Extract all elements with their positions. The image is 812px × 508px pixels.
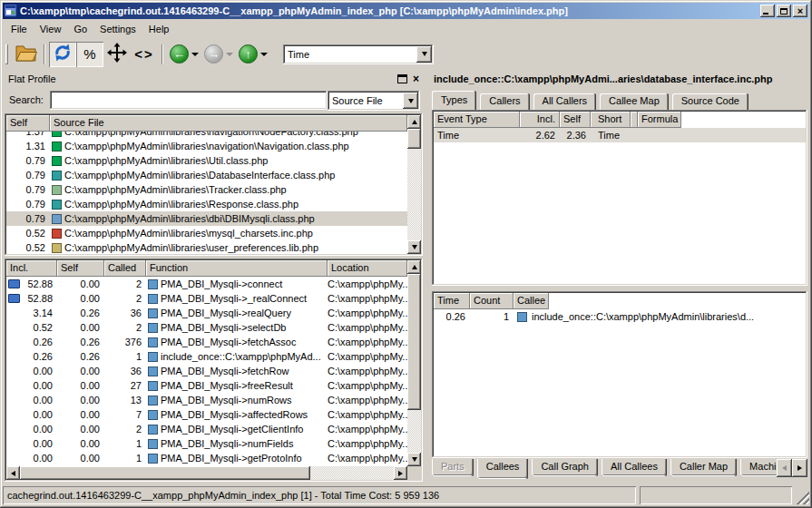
function-row[interactable]: 0.26 0.26 376 PMA_DBI_Mysqli->fetchAssoc…: [6, 335, 407, 349]
callee-row[interactable]: 0.26 1 include_once::C:\xampp\phpMyAdmin…: [434, 309, 806, 324]
function-row[interactable]: 52.88 0.00 2 PMA_DBI_Mysqli->_realConnec…: [6, 291, 407, 306]
minimize-button[interactable]: [760, 5, 775, 17]
scroll-thumb[interactable]: [20, 466, 310, 480]
float-panel-icon[interactable]: [397, 74, 407, 83]
function-row[interactable]: 0.00 0.00 1 PMA_DBI_Mysqli->getProtoInfo…: [6, 451, 407, 465]
function-name-cell: PMA_DBI_Mysqli->_realConnect: [146, 293, 328, 304]
column-header-self[interactable]: Self: [57, 260, 104, 277]
detail-bottom-tab[interactable]: Call Graph: [532, 459, 598, 476]
scroll-thumb[interactable]: [407, 129, 421, 149]
function-row[interactable]: 3.14 0.26 36 PMA_DBI_Mysqli->realQuery C…: [6, 306, 407, 320]
scroll-down-button[interactable]: [407, 240, 421, 254]
menu-item[interactable]: View: [34, 22, 68, 36]
source-file-row[interactable]: 0.79 C:\xampp\phpMyAdmin\libraries\dbi\D…: [6, 211, 407, 226]
menu-item[interactable]: File: [5, 22, 34, 36]
scroll-track[interactable]: [310, 466, 394, 480]
column-header-short[interactable]: Short: [591, 112, 631, 128]
detail-tab[interactable]: Callee Map: [600, 93, 669, 110]
detail-bottom-tab[interactable]: All Callees: [602, 459, 667, 476]
column-header-spacer: [631, 112, 638, 128]
open-file-button[interactable]: [13, 42, 40, 67]
reload-button[interactable]: [49, 42, 76, 67]
column-header-source-file[interactable]: Source File: [50, 115, 407, 132]
source-file-row[interactable]: 0.79 C:\xampp\phpMyAdmin\libraries\Respo…: [6, 197, 407, 211]
event-type-dropdown-button[interactable]: [416, 46, 432, 63]
function-row[interactable]: 0.52 0.00 2 PMA_DBI_Mysqli->selectDb C:\…: [6, 320, 407, 335]
source-file-row[interactable]: 0.52 C:\xampp\phpMyAdmin\libraries\user_…: [6, 240, 407, 254]
source-file-row[interactable]: 0.52 C:\xampp\phpMyAdmin\libraries\mysql…: [6, 226, 407, 240]
close-button[interactable]: ×: [793, 5, 807, 17]
menu-item[interactable]: Settings: [93, 22, 142, 36]
function-row[interactable]: 0.00 0.00 27 PMA_DBI_Mysqli->freeResult …: [6, 378, 407, 393]
function-icon: [148, 323, 158, 333]
count-cell: 1: [470, 311, 514, 322]
source-file-row[interactable]: 0.79 C:\xampp\phpMyAdmin\libraries\Util.…: [6, 153, 407, 168]
detail-bottom-tab[interactable]: Caller Map: [670, 459, 737, 476]
function-row[interactable]: 0.00 0.00 36 PMA_DBI_Mysqli->fetchRow C:…: [6, 364, 407, 378]
incl-cost-cell: 0.00: [6, 453, 57, 464]
function-row[interactable]: 52.88 0.00 2 PMA_DBI_Mysqli->connect C:\…: [6, 277, 407, 291]
function-table-horizontal-scrollbar[interactable]: [6, 466, 407, 480]
tab-scroll-right-button[interactable]: [792, 459, 807, 477]
grouping-combobox[interactable]: Source File: [328, 91, 420, 111]
maximize-button[interactable]: [777, 5, 791, 17]
function-row[interactable]: 0.00 0.00 13 PMA_DBI_Mysqli->numRows C:\…: [6, 393, 407, 407]
toolbar-grip[interactable]: [5, 44, 8, 64]
title-bar[interactable]: C:\xampp\tmp\cachegrind.out.1416463299-C…: [3, 3, 809, 19]
detail-bottom-tab[interactable]: Callees: [477, 459, 529, 479]
scroll-right-button[interactable]: [394, 466, 407, 480]
function-row[interactable]: 0.00 0.00 7 PMA_DBI_Mysqli->affectedRows…: [6, 407, 407, 422]
tab-scroll-left-button[interactable]: [777, 459, 792, 477]
column-header-time[interactable]: Time: [434, 293, 470, 309]
percent-toggle-button[interactable]: %: [76, 42, 103, 67]
column-header-function[interactable]: Function: [146, 260, 328, 277]
source-file-row[interactable]: 0.79 C:\xampp\phpMyAdmin\libraries\Datab…: [6, 168, 407, 182]
event-type-combobox[interactable]: Time: [283, 44, 434, 64]
chevron-down-icon: [422, 52, 427, 56]
column-header-incl[interactable]: Incl.: [520, 112, 560, 128]
function-table-vertical-scrollbar[interactable]: [407, 260, 421, 466]
cost-color-icon: [52, 185, 62, 195]
scroll-down-button[interactable]: [407, 453, 421, 466]
menu-item[interactable]: Go: [67, 22, 93, 36]
column-header-formula[interactable]: Formula: [638, 112, 681, 128]
column-header-self[interactable]: Self: [6, 115, 50, 132]
close-panel-icon[interactable]: ×: [413, 74, 419, 83]
detail-tab[interactable]: All Callers: [533, 93, 597, 110]
source-file-row[interactable]: 1.31 C:\xampp\phpMyAdmin\libraries\navig…: [6, 139, 407, 153]
scroll-up-button[interactable]: [407, 115, 421, 129]
source-file-row[interactable]: 0.79 C:\xampp\phpMyAdmin\libraries\Track…: [6, 182, 407, 197]
forward-button[interactable]: →: [201, 42, 236, 67]
search-input[interactable]: [50, 91, 328, 110]
cycle-detection-button[interactable]: <>: [131, 42, 158, 67]
up-button[interactable]: ↑: [236, 42, 270, 67]
detail-tab[interactable]: Types: [432, 91, 476, 110]
function-row[interactable]: 0.00 0.00 1 PMA_DBI_Mysqli->numFields C:…: [6, 436, 407, 451]
column-header-count[interactable]: Count: [470, 293, 514, 309]
scroll-thumb[interactable]: [407, 274, 421, 410]
dock-layout-button[interactable]: [103, 42, 131, 67]
column-header-incl[interactable]: Incl.: [6, 260, 57, 277]
cost-color-icon: [52, 243, 62, 253]
function-row[interactable]: 0.00 0.00 2 PMA_DBI_Mysqli->getClientInf…: [6, 422, 407, 436]
detail-tab[interactable]: Callers: [480, 93, 529, 110]
column-header-called[interactable]: Called: [104, 260, 146, 277]
scroll-left-button[interactable]: [6, 466, 20, 480]
source-file-row[interactable]: 1.37 C:\xampp\phpMyAdmin\libraries\navig…: [6, 132, 407, 139]
function-row[interactable]: 0.26 0.26 1 include_once::C:\xampp\phpMy…: [6, 349, 407, 364]
grouping-dropdown-button[interactable]: [403, 93, 418, 109]
column-header-event-type[interactable]: Event Type: [434, 112, 520, 128]
file-list-vertical-scrollbar[interactable]: [407, 115, 421, 254]
detail-bottom-tab[interactable]: Parts: [432, 459, 474, 476]
column-header-location[interactable]: Location: [328, 260, 407, 277]
detail-tab[interactable]: Source Code: [672, 93, 748, 110]
column-header-self[interactable]: Self: [560, 112, 591, 128]
back-button[interactable]: ←: [167, 42, 201, 67]
detail-panel: include_once::C:\xampp\phpMyAdmi...aries…: [430, 69, 809, 484]
scroll-up-button[interactable]: [407, 260, 421, 274]
resize-grip[interactable]: [796, 491, 809, 504]
menu-item[interactable]: Help: [142, 22, 176, 36]
column-header-callee[interactable]: Callee: [514, 293, 549, 309]
self-cost-cell: 0.52: [6, 242, 50, 253]
event-type-row[interactable]: Time 2.62 2.36 Time: [434, 128, 806, 142]
